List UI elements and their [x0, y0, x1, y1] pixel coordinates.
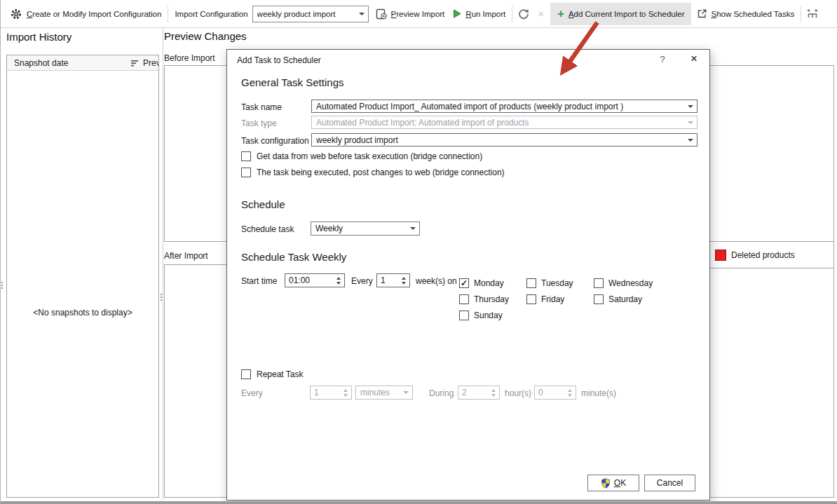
post-changes-to-web-checkbox[interactable]: [241, 168, 251, 177]
cancel-button[interactable]: Cancel: [644, 475, 695, 491]
spinner-arrows[interactable]: [333, 274, 344, 287]
left-splitter-handle[interactable]: [1, 282, 3, 289]
saturday-checkbox[interactable]: [594, 294, 604, 304]
thursday-checkbox[interactable]: [459, 294, 469, 304]
day-monday[interactable]: ✓ Monday: [459, 278, 504, 288]
repeat-task-checkbox-row[interactable]: Repeat Task: [241, 369, 304, 379]
task-configuration-input[interactable]: [312, 134, 684, 146]
refresh-icon[interactable]: [517, 8, 530, 20]
fit-columns-icon[interactable]: [806, 8, 819, 20]
cancel-import-icon: ×: [538, 8, 544, 19]
during-hours-input: [458, 386, 488, 399]
task-type-label: Task type: [241, 118, 277, 128]
tuesday-checkbox[interactable]: [526, 278, 536, 288]
import-configuration-label: Import Configuration: [175, 10, 247, 18]
spinner-arrows: [564, 386, 576, 399]
checkmark-icon: ✓: [461, 279, 468, 287]
panel-splitter-handle[interactable]: [161, 294, 162, 301]
start-time-spinner[interactable]: [285, 273, 345, 287]
task-configuration-combo[interactable]: [311, 133, 698, 147]
chevron-down-icon[interactable]: [684, 134, 697, 146]
import-configuration-input[interactable]: [253, 6, 355, 22]
get-data-from-web-checkbox-row[interactable]: Get data from web before task execution …: [241, 151, 482, 161]
post-changes-to-web-label: The task being executed, post changes to…: [257, 168, 505, 177]
filter-icon[interactable]: [130, 60, 139, 67]
during-minutes-input: [535, 386, 564, 399]
preview-changes-title: Preview Changes: [164, 30, 247, 42]
general-task-settings-heading: General Task Settings: [241, 76, 343, 88]
schedule-heading: Schedule: [241, 198, 285, 210]
repeat-task-checkbox[interactable]: [241, 369, 251, 379]
task-configuration-label: Task configuration: [241, 136, 309, 146]
chevron-down-icon[interactable]: [407, 222, 419, 235]
deleted-products-swatch: [715, 250, 726, 261]
start-time-input[interactable]: [285, 274, 333, 287]
get-data-from-web-label: Get data from web before task execution …: [257, 151, 482, 161]
minutes-label: minute(s): [581, 388, 616, 398]
snapshot-table-header: Snapshot date Preview: [7, 55, 158, 71]
day-friday[interactable]: Friday: [526, 294, 564, 304]
task-name-input[interactable]: [312, 100, 684, 112]
toolbar-separator: [801, 6, 801, 22]
import-history-title: Import History: [6, 31, 72, 43]
repeat-unit-input: [356, 386, 400, 399]
during-minutes-spinner: [534, 386, 576, 400]
task-name-label: Task name: [241, 102, 282, 112]
show-scheduled-tasks-button[interactable]: Show Scheduled Tasks: [711, 10, 794, 18]
gear-icon: [11, 8, 22, 20]
repeat-every-input: [311, 386, 340, 399]
day-wednesday[interactable]: Wednesday: [594, 278, 653, 288]
external-link-icon: [697, 8, 707, 19]
deleted-products-label: Deleted products: [731, 250, 795, 260]
after-import-label: After Import: [164, 251, 208, 261]
day-sunday[interactable]: Sunday: [459, 311, 503, 320]
day-thursday[interactable]: Thursday: [459, 294, 509, 304]
main-toolbar: Create or Modify Import Configuration Im…: [1, 0, 837, 28]
repeat-every-label: Every: [241, 388, 263, 398]
friday-checkbox[interactable]: [526, 294, 536, 304]
task-type-combo: [311, 116, 698, 129]
every-label: Every: [351, 276, 373, 286]
chevron-down-icon[interactable]: [684, 100, 697, 112]
repeat-task-label: Repeat Task: [257, 369, 304, 379]
preview-import-button[interactable]: Preview Import: [391, 10, 445, 18]
monday-checkbox[interactable]: ✓: [459, 278, 469, 288]
weeks-on-label: week(s) on: [416, 276, 457, 286]
day-tuesday[interactable]: Tuesday: [526, 278, 573, 288]
schedule-task-combo[interactable]: [311, 222, 420, 236]
help-icon[interactable]: ?: [656, 54, 669, 64]
every-weeks-spinner[interactable]: [376, 273, 410, 287]
schedule-task-input[interactable]: [311, 222, 407, 235]
repeat-unit-combo: [355, 386, 413, 400]
run-import-button[interactable]: Run Import: [465, 10, 505, 18]
task-type-input: [312, 116, 684, 128]
repeat-every-spinner: [310, 386, 352, 400]
column-header-preview[interactable]: Preview: [143, 58, 158, 68]
column-header-snapshot-date[interactable]: Snapshot date: [14, 58, 68, 68]
preview-import-icon: [376, 8, 388, 20]
wednesday-checkbox[interactable]: [594, 278, 604, 288]
chevron-down-icon: [400, 386, 412, 399]
every-weeks-input[interactable]: [377, 274, 398, 287]
hours-label: hour(s): [505, 388, 531, 398]
schedule-task-label: Schedule task: [241, 224, 294, 234]
during-label: During: [429, 388, 454, 398]
app-window: Create or Modify Import Configuration Im…: [0, 0, 837, 504]
window-bottom-edge: [1, 501, 837, 504]
get-data-from-web-checkbox[interactable]: [241, 151, 251, 161]
close-icon[interactable]: ×: [686, 52, 702, 66]
ok-button[interactable]: OK: [587, 475, 639, 491]
during-hours-spinner: [458, 386, 500, 400]
chevron-down-icon[interactable]: [355, 6, 368, 22]
day-saturday[interactable]: Saturday: [594, 294, 642, 304]
import-configuration-combo[interactable]: [252, 6, 369, 22]
spinner-arrows[interactable]: [398, 274, 409, 287]
toolbar-separator: [512, 6, 512, 22]
task-name-combo[interactable]: [311, 100, 698, 113]
post-changes-to-web-checkbox-row[interactable]: The task being executed, post changes to…: [241, 168, 505, 177]
before-import-label: Before Import: [164, 53, 215, 63]
create-modify-config-button[interactable]: Create or Modify Import Configuration: [27, 10, 161, 18]
uac-shield-icon: [601, 478, 611, 489]
sunday-checkbox[interactable]: [459, 311, 469, 320]
add-task-to-scheduler-dialog: Add Task to Scheduler ? × General Task S…: [226, 49, 710, 500]
